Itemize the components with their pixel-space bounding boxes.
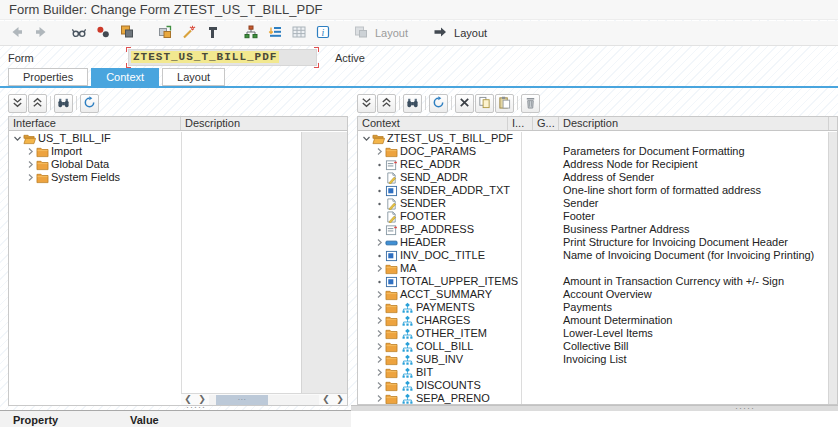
bullet-icon bbox=[374, 199, 384, 209]
column-header-context[interactable]: Context bbox=[358, 117, 508, 130]
table-grid-button[interactable] bbox=[287, 23, 311, 44]
scroll-left-icon[interactable]: ❮ bbox=[319, 394, 333, 405]
align-bars-button[interactable] bbox=[263, 23, 287, 44]
tree-node-main: Global Data bbox=[25, 158, 109, 171]
tree-node-sub-inv[interactable]: SUB_INVInvoicing List bbox=[358, 353, 837, 366]
find-button[interactable] bbox=[54, 94, 73, 113]
tree-node-doc-params[interactable]: DOC_PARAMSParameters for Document Format… bbox=[358, 145, 837, 158]
tree-node-us-t-bill-if[interactable]: US_T_BILL_IF bbox=[9, 132, 347, 145]
tree-node-sepa-preno[interactable]: SEPA_PRENO bbox=[358, 392, 837, 404]
tree-node-ma[interactable]: MA bbox=[358, 262, 837, 275]
chev-collapsed-icon[interactable] bbox=[374, 381, 384, 391]
tree-node-ztest-us-t-bill-pdf[interactable]: ZTEST_US_T_BILL_PDF bbox=[358, 132, 837, 145]
expand-all-button[interactable] bbox=[28, 94, 47, 113]
scroll-right-icon[interactable]: ❯ bbox=[333, 394, 347, 405]
chev-collapsed-icon[interactable] bbox=[374, 394, 384, 404]
node-description: Invoicing List bbox=[563, 353, 627, 366]
splitter-grip-icon[interactable]: ····· bbox=[735, 406, 755, 411]
tree-node-header[interactable]: HEADERPrint Structure for Invoicing Docu… bbox=[358, 236, 837, 249]
node-description: Footer bbox=[563, 210, 595, 223]
info-icon: i bbox=[315, 24, 331, 42]
chev-collapsed-icon[interactable] bbox=[25, 160, 35, 170]
delete-button[interactable] bbox=[521, 94, 540, 113]
tree-node-coll-bill[interactable]: COLL_BILLCollective Bill bbox=[358, 340, 837, 353]
chev-collapsed-icon[interactable] bbox=[374, 264, 384, 274]
chev-collapsed-icon[interactable] bbox=[374, 342, 384, 352]
tree-node-import[interactable]: Import bbox=[9, 145, 347, 158]
tree-node-sender[interactable]: SENDERSender bbox=[358, 197, 837, 210]
tree-node-charges[interactable]: CHARGESAmount Determination bbox=[358, 314, 837, 327]
column-header-description[interactable]: Description bbox=[559, 117, 829, 130]
tree-node-other-item[interactable]: OTHER_ITEMLower-Level Items bbox=[358, 327, 837, 340]
folder-icon bbox=[384, 379, 398, 392]
node-label: US_T_BILL_IF bbox=[38, 132, 111, 145]
paste-button[interactable] bbox=[495, 94, 514, 113]
tree-node-footer[interactable]: FOOTERFooter bbox=[358, 210, 837, 223]
copy-button[interactable] bbox=[475, 94, 494, 113]
tree-node-global-data[interactable]: Global Data bbox=[9, 158, 347, 171]
check-balls-button[interactable] bbox=[91, 23, 115, 44]
column-header-g-[interactable]: G... bbox=[533, 117, 559, 130]
tree-node-bit[interactable]: BIT bbox=[358, 366, 837, 379]
find-button[interactable] bbox=[403, 94, 422, 113]
column-header-filler[interactable] bbox=[829, 117, 837, 130]
chev-expanded-icon[interactable] bbox=[12, 134, 22, 144]
tree-node-rec-addr[interactable]: REC_ADDRAddress Node for Recipient bbox=[358, 158, 837, 171]
collapse-all-button[interactable] bbox=[357, 94, 376, 113]
node-label: DISCOUNTS bbox=[416, 379, 481, 392]
org-chart-button[interactable] bbox=[239, 23, 263, 44]
node-label: ACCT_SUMMARY bbox=[400, 288, 492, 301]
tree-node-inv-doc-title[interactable]: INV_DOC_TITLEName of Invoicing Document … bbox=[358, 249, 837, 262]
goto-layout-button[interactable] bbox=[428, 23, 452, 44]
tree-node-system-fields[interactable]: System Fields bbox=[9, 171, 347, 184]
chev-collapsed-icon[interactable] bbox=[374, 290, 384, 300]
scrollbar-track[interactable]: ⋯ bbox=[209, 395, 319, 405]
bullet-icon bbox=[374, 225, 384, 235]
chev-collapsed-icon[interactable] bbox=[374, 147, 384, 157]
chev-collapsed-icon[interactable] bbox=[25, 173, 35, 183]
tree-node-send-addr[interactable]: SEND_ADDRAddress of Sender bbox=[358, 171, 837, 184]
window-title: Form Builder: Change Form ZTEST_US_T_BIL… bbox=[0, 0, 838, 20]
chev-collapsed-icon[interactable] bbox=[374, 368, 384, 378]
tree-node-discounts[interactable]: DISCOUNTS bbox=[358, 379, 837, 392]
cut-button[interactable] bbox=[455, 94, 474, 113]
copy-blocks-button[interactable] bbox=[153, 23, 177, 44]
doc-edit-icon bbox=[384, 171, 398, 184]
column-header-interface[interactable]: Interface bbox=[9, 117, 181, 130]
form-name-input[interactable]: ZTEST_US_T_BILL_PDF bbox=[128, 49, 317, 66]
tree-node-bp-address[interactable]: BP_ADDRESSBusiness Partner Address bbox=[358, 223, 837, 236]
magic-wand-button[interactable] bbox=[177, 23, 201, 44]
tree-node-main: DOC_PARAMS bbox=[374, 145, 476, 158]
tree-node-main: COLL_BILL bbox=[374, 340, 473, 353]
refresh-button[interactable] bbox=[80, 94, 99, 113]
tree-node-payments[interactable]: PAYMENTSPayments bbox=[358, 301, 837, 314]
refresh-button[interactable] bbox=[429, 94, 448, 113]
chev-collapsed-icon[interactable] bbox=[374, 316, 384, 326]
column-header-i-[interactable]: I... bbox=[508, 117, 533, 130]
tree-node-sender-addr-txt[interactable]: SENDER_ADDR_TXTOne-line short form of fo… bbox=[358, 184, 837, 197]
node-label: TOTAL_UPPER_ITEMS bbox=[400, 275, 518, 288]
scrollbar-thumb[interactable]: ⋯ bbox=[216, 395, 269, 405]
cutter-button[interactable] bbox=[201, 23, 225, 44]
display-change-button[interactable] bbox=[67, 23, 91, 44]
tab-layout[interactable]: Layout bbox=[162, 68, 225, 86]
context-grid-header: ContextI...G...Description bbox=[358, 117, 837, 131]
folder-icon bbox=[35, 158, 49, 171]
chev-collapsed-icon[interactable] bbox=[25, 147, 35, 157]
chev-collapsed-icon[interactable] bbox=[374, 238, 384, 248]
clipboard-button[interactable] bbox=[115, 23, 139, 44]
tree-node-main: SENDER bbox=[374, 197, 446, 210]
goto-layout-label[interactable]: Layout bbox=[454, 27, 487, 39]
chev-collapsed-icon[interactable] bbox=[374, 329, 384, 339]
chev-collapsed-icon[interactable] bbox=[374, 355, 384, 365]
tab-context[interactable]: Context bbox=[91, 68, 159, 86]
collapse-all-button[interactable] bbox=[8, 94, 27, 113]
chev-collapsed-icon[interactable] bbox=[374, 303, 384, 313]
tab-properties[interactable]: Properties bbox=[8, 68, 88, 86]
info-button[interactable]: i bbox=[311, 23, 335, 44]
tree-node-total-upper-items[interactable]: TOTAL_UPPER_ITEMSAmount in Transaction C… bbox=[358, 275, 837, 288]
chev-expanded-icon[interactable] bbox=[361, 134, 371, 144]
expand-all-button[interactable] bbox=[377, 94, 396, 113]
tree-node-acct-summary[interactable]: ACCT_SUMMARYAccount Overview bbox=[358, 288, 837, 301]
column-header-description[interactable]: Description bbox=[181, 117, 347, 130]
